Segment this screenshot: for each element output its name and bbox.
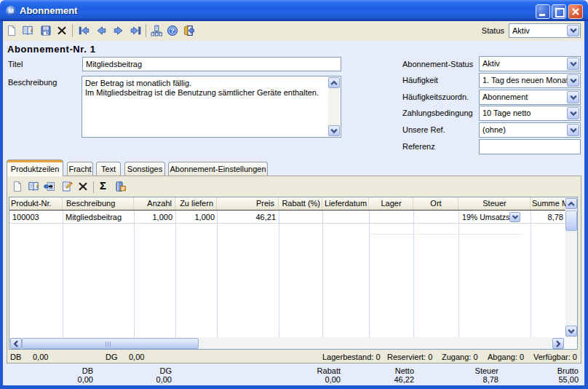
svg-text:?: ? (170, 26, 175, 34)
